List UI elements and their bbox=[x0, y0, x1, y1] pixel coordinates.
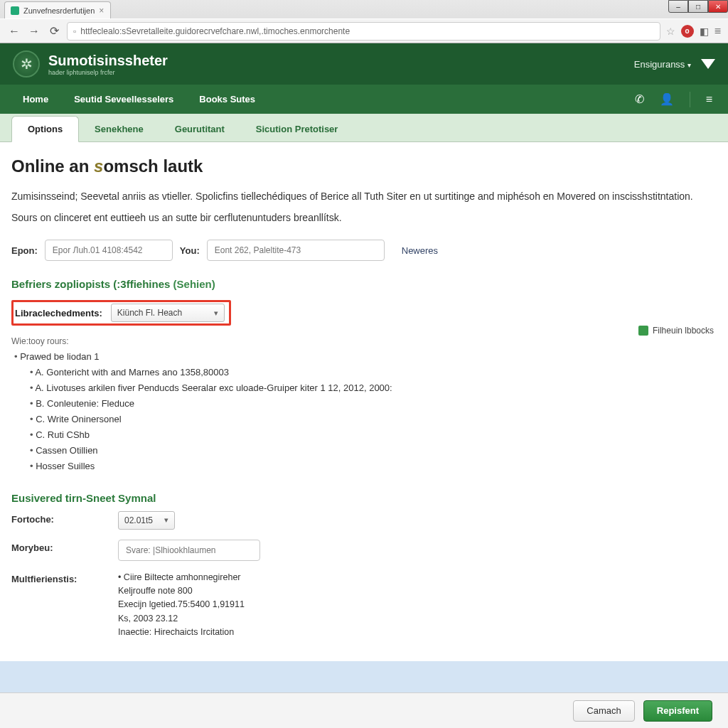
tab-sicution[interactable]: Sicution Pretotiser bbox=[240, 117, 354, 141]
notes-header: Wie:tooy rours: bbox=[11, 334, 717, 348]
epon-label: Epon: bbox=[11, 245, 38, 256]
tab-bar: Zunvefnesrderfutijen × – □ ✕ bbox=[0, 0, 728, 18]
list-item: C. Ruti CShb bbox=[30, 427, 717, 443]
libraclechedments-select[interactable]: Kiünch Fl. Heach bbox=[111, 304, 225, 322]
forward-button[interactable]: → bbox=[27, 24, 41, 38]
flag-filheuin[interactable]: Filheuin lbbocks bbox=[638, 326, 714, 336]
address-bar: ← → ⟳ ▫ httfeclealo:sSevretalleite.guido… bbox=[0, 18, 728, 43]
epon-input[interactable] bbox=[45, 240, 173, 261]
site-header: ✲ Sumotisinssheter hader liphtuniselp fr… bbox=[0, 43, 728, 85]
fortoche-select[interactable]: 02.01t5 bbox=[118, 511, 175, 530]
browser-chrome: Zunvefnesrderfutijen × – □ ✕ ← → ⟳ ▫ htt… bbox=[0, 0, 728, 43]
header-dropdown[interactable]: Ensiguranss ▾ bbox=[634, 59, 691, 70]
tab-senekhene[interactable]: Senekhene bbox=[79, 117, 159, 141]
favicon-icon bbox=[11, 6, 19, 15]
nav-item-seutid[interactable]: Seutid Seveellesselers bbox=[61, 85, 186, 114]
list-item: C. Write Oninersonel bbox=[30, 412, 717, 427]
window-maximize-button[interactable]: □ bbox=[688, 0, 708, 13]
brand-title: Sumotisinssheter bbox=[48, 53, 168, 69]
cancel-button[interactable]: Camach bbox=[573, 700, 634, 722]
flag-label: Filheuin lbbocks bbox=[653, 326, 714, 336]
nav-item-books[interactable]: Books Sutes bbox=[186, 85, 268, 114]
url-text: httfeclealo:sSevretalleite.guidorecrvefc… bbox=[80, 26, 350, 36]
list-item: B. Conleutenie: Fleduce bbox=[30, 396, 717, 412]
multfierienstis-block: • Ciire Biltecte amhonnegireher Keljrouf… bbox=[118, 571, 717, 640]
list-item: A. Gontericht with and Marnes ano 1358,8… bbox=[30, 365, 717, 380]
tab-options[interactable]: Options bbox=[11, 116, 79, 142]
highlight-box: Libraclechedments: Kiünch Fl. Heach bbox=[11, 300, 231, 326]
nav-item-home[interactable]: Home bbox=[10, 85, 61, 114]
browser-tab[interactable]: Zunvefnesrderfutijen × bbox=[4, 1, 111, 18]
title-accent-icon: s bbox=[94, 156, 103, 176]
sub-tabs: Options Senekhene Geurutitant Sicution P… bbox=[0, 114, 728, 142]
fortoche-label: Fortoche: bbox=[11, 511, 118, 525]
brand-subtitle: hader liphtuniselp frcfer bbox=[48, 69, 168, 76]
window-controls: – □ ✕ bbox=[668, 0, 728, 13]
main-nav: Home Seutid Seveellesselers Books Sutes … bbox=[0, 85, 728, 114]
bookmark-star-icon[interactable]: ☆ bbox=[666, 26, 675, 37]
tab-close-icon[interactable]: × bbox=[99, 6, 104, 16]
multfierienstis-label: Multfierienstis: bbox=[11, 571, 118, 584]
window-close-button[interactable]: ✕ bbox=[708, 0, 728, 13]
footer-bar: Camach Repisfent bbox=[0, 692, 728, 728]
back-button[interactable]: ← bbox=[7, 24, 21, 38]
you-label: You: bbox=[180, 245, 200, 256]
page-icon: ▫ bbox=[73, 26, 76, 36]
static-line: Keljrouffe note 800 bbox=[118, 584, 717, 598]
neweres-link[interactable]: Neweres bbox=[402, 245, 438, 256]
page-content: Online an somsch lautk Zumisinsseind; Se… bbox=[0, 142, 728, 661]
window-minimize-button[interactable]: – bbox=[668, 0, 688, 13]
inputs-row: Epon: You: Neweres bbox=[11, 240, 717, 261]
tab-geurutitant[interactable]: Geurutitant bbox=[159, 117, 240, 141]
browser-menu-icon[interactable]: ≡ bbox=[714, 25, 721, 38]
extension-badge-icon[interactable]: o bbox=[681, 25, 694, 38]
you-input[interactable] bbox=[207, 240, 385, 261]
intro-paragraph-2: Sours on clinceret ent euttieeh us an su… bbox=[11, 210, 717, 226]
page-title: Online an somsch lautk bbox=[11, 156, 717, 176]
user-icon[interactable]: 👤 bbox=[660, 92, 674, 106]
brand[interactable]: ✲ Sumotisinssheter hader liphtuniselp fr… bbox=[13, 50, 168, 77]
form-grid: Fortoche: 02.01t5 Morybeu: Multfierienst… bbox=[11, 511, 717, 640]
submit-button[interactable]: Repisfent bbox=[643, 700, 712, 722]
user-menu-icon[interactable] bbox=[701, 59, 715, 69]
list-item: Prawed be liodan 1 bbox=[14, 349, 717, 365]
static-line: Inaectie: Hirechaicts Ircitation bbox=[118, 626, 717, 639]
url-input[interactable]: ▫ httfeclealo:sSevretalleite.guidorecrve… bbox=[67, 22, 660, 41]
menu-icon[interactable]: ≡ bbox=[706, 93, 712, 106]
libraclechedments-label: Libraclechedments: bbox=[15, 308, 102, 318]
extension-icon[interactable]: ◧ bbox=[700, 26, 709, 37]
reload-button[interactable]: ⟳ bbox=[47, 24, 61, 38]
tab-title: Zunvefnesrderfutijen bbox=[23, 6, 95, 15]
intro-paragraph-1: Zumisinsseind; Seevetal anriis as vtiell… bbox=[11, 189, 717, 205]
section-befriers-title: Befriers zopliopists (:3ffiehines (Sehie… bbox=[11, 278, 717, 290]
morybeu-label: Morybeu: bbox=[11, 540, 118, 553]
static-line: • Ciire Biltecte amhonnegireher bbox=[118, 571, 717, 584]
morybeu-input[interactable] bbox=[118, 540, 260, 561]
list-item: Cassen Otillien bbox=[30, 443, 717, 459]
phone-icon[interactable]: ✆ bbox=[635, 92, 644, 106]
flag-icon bbox=[638, 326, 648, 336]
section-eusivered-title: Eusivered tirn-Sneet Symnal bbox=[11, 492, 717, 504]
static-line: Execijn lgetied.75:5400 1,91911 bbox=[118, 598, 717, 611]
brand-logo-icon: ✲ bbox=[13, 50, 40, 77]
nav-divider bbox=[690, 92, 690, 107]
static-line: Ks, 2003 23.12 bbox=[118, 612, 717, 626]
notes-block: Wie:tooy rours: Prawed be liodan 1 A. Go… bbox=[11, 334, 717, 474]
list-item: Hosser Suilles bbox=[30, 459, 717, 474]
list-item: A. Livotuses arkilen fiver Penducds Seer… bbox=[30, 380, 717, 396]
